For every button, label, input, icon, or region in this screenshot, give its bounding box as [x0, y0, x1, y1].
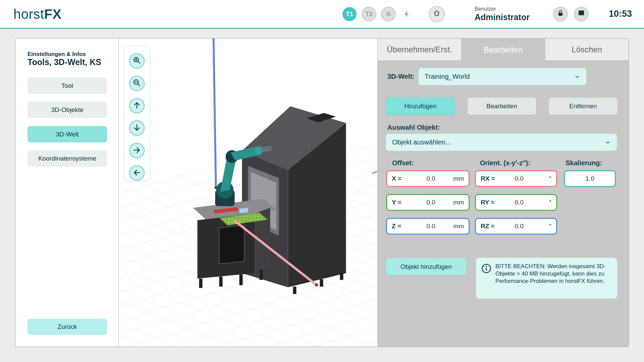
user-label: Benutzer: [475, 6, 530, 12]
book-icon: [577, 9, 585, 19]
orient-rz-value: 0.0: [499, 223, 539, 230]
topbar: horstFX T1 T2 A Benutzer Administrator: [0, 0, 644, 29]
back-button[interactable]: Zurück: [28, 319, 107, 335]
orient-rz-field[interactable]: RZ = 0.0 °: [475, 218, 557, 235]
logo-horst: horst: [13, 6, 44, 21]
3d-scene[interactable]: [119, 39, 377, 347]
orient-ry-unit: °: [539, 199, 551, 206]
mode-t2-button[interactable]: T2: [362, 7, 376, 21]
mode-t2-label: T2: [365, 10, 373, 18]
object-label: Auswahl Objekt:: [387, 124, 440, 131]
sidebar-item-3d-welt[interactable]: 3D-Welt: [28, 126, 107, 142]
lightning-icon: [402, 8, 412, 20]
mode-a-label: A: [386, 10, 391, 18]
user-name: Administrator: [475, 12, 530, 22]
pan-left-button[interactable]: [129, 165, 145, 181]
pan-up-button[interactable]: [129, 98, 145, 114]
viewport: [119, 39, 378, 347]
offset-z-field[interactable]: Z = 0.0 mm: [386, 218, 470, 235]
add-object-button[interactable]: Objekt hinzufügen: [386, 258, 466, 275]
bearbeiten-button[interactable]: Bearbeiten: [468, 98, 536, 115]
world-select-value: Training_World: [425, 73, 470, 80]
properties-panel: Übernehmen/Erst. Bearbeiten Löschen 3D-W…: [378, 39, 629, 347]
app-logo: horstFX: [13, 6, 62, 21]
arrow-down-icon: [132, 123, 141, 133]
notice-text: BITTE BEACHTEN: Werden insgesamt 3D-Obje…: [495, 263, 612, 294]
offset-x-name: X =: [392, 175, 410, 182]
content-card: Einstellungen & Infos Tools, 3D-Welt, KS…: [15, 38, 629, 347]
scale-label: Skalierung:: [566, 159, 602, 167]
orient-rx-unit: °: [539, 175, 551, 182]
logo-fx: FX: [44, 6, 61, 21]
user-info: Benutzer Administrator: [475, 6, 530, 22]
lock-button[interactable]: [553, 7, 568, 21]
orient-rx-value: 0.0: [499, 175, 539, 182]
offset-y-value: 0.0: [410, 199, 452, 206]
zoom-in-button[interactable]: [129, 53, 145, 69]
notice-box: BITTE BEACHTEN: Werden insgesamt 3D-Obje…: [476, 258, 617, 299]
zoom-out-icon: [132, 78, 141, 88]
mode-switcher: T1 T2 A: [342, 6, 445, 22]
world-actions: Hinzufügen Bearbeiten Entfernen: [386, 98, 618, 115]
panel-tabs: Übernehmen/Erst. Bearbeiten Löschen: [378, 39, 629, 61]
scale-value: 1.0: [570, 175, 610, 182]
viewport-toolbar: [123, 46, 150, 181]
arrow-left-icon: [132, 168, 141, 178]
mode-t1-label: T1: [346, 10, 353, 18]
offset-x-value: 0.0: [410, 175, 452, 182]
chevron-down-icon: [574, 74, 580, 80]
sidebar-item-koordinatensysteme[interactable]: Koordinatensysteme: [28, 150, 107, 167]
zoom-out-button[interactable]: [129, 76, 145, 91]
orient-ry-name: RY =: [481, 199, 499, 206]
offset-z-unit: mm: [452, 223, 464, 230]
offset-z-name: Z =: [392, 223, 410, 230]
orient-rx-name: RX =: [481, 175, 499, 182]
chevron-down-icon: [605, 139, 611, 145]
sidebar-item-tool[interactable]: Tool: [28, 77, 107, 94]
pan-right-button[interactable]: [129, 143, 145, 158]
page-title: Tools, 3D-Welt, KS: [28, 57, 101, 67]
sidebar-item-3d-objekte[interactable]: 3D-Objekte: [28, 102, 107, 118]
hinzufuegen-button[interactable]: Hinzufügen: [386, 98, 455, 115]
tab-uebernehmen-erstellen[interactable]: Übernehmen/Erst.: [378, 39, 462, 61]
mode-t1-button[interactable]: T1: [342, 7, 357, 21]
entfernen-button[interactable]: Entfernen: [549, 98, 618, 115]
orient-label: Orient. (x-y′-z″):: [480, 159, 530, 167]
offset-label: Offset:: [392, 159, 414, 167]
zoom-in-icon: [132, 56, 141, 66]
mode-a-button[interactable]: A: [381, 7, 396, 21]
object-select-value: Objekt auswählen...: [392, 138, 451, 146]
clock: 10:53: [609, 9, 632, 19]
topbar-right: Benutzer Administrator 10:53: [475, 6, 632, 22]
main-area: Einstellungen & Infos Tools, 3D-Welt, KS…: [0, 29, 644, 362]
offset-z-value: 0.0: [410, 223, 452, 230]
world-select[interactable]: Training_World: [419, 68, 586, 85]
orient-rx-field[interactable]: RX = 0.0 °: [475, 170, 557, 187]
orient-ry-value: 0.0: [499, 199, 539, 206]
sidebar-subtitle: Einstellungen & Infos: [28, 51, 86, 58]
offset-y-name: Y =: [392, 199, 410, 206]
orient-rz-unit: °: [539, 223, 551, 230]
lock-icon: [556, 9, 565, 19]
info-icon: [481, 263, 491, 274]
arrow-right-icon: [132, 146, 141, 156]
home-button[interactable]: [429, 6, 445, 22]
home-icon: [432, 9, 441, 19]
object-select[interactable]: Objekt auswählen...: [386, 134, 617, 151]
offset-y-field[interactable]: Y = 0.0 mm: [386, 194, 470, 211]
offset-y-unit: mm: [452, 199, 464, 206]
offset-x-field[interactable]: X = 0.0 mm: [386, 170, 470, 187]
sidebar: Einstellungen & Infos Tools, 3D-Welt, KS…: [15, 39, 119, 347]
tab-loeschen[interactable]: Löschen: [545, 39, 629, 61]
manual-button[interactable]: [574, 7, 589, 21]
scale-field[interactable]: 1.0: [564, 170, 616, 187]
pan-down-button[interactable]: [129, 120, 145, 136]
orient-ry-field[interactable]: RY = 0.0 °: [475, 194, 557, 211]
orient-rz-name: RZ =: [481, 223, 499, 230]
world-label: 3D-Welt:: [387, 73, 415, 80]
tab-bearbeiten[interactable]: Bearbeiten: [462, 39, 545, 61]
pink-rod-tip: [315, 283, 318, 287]
offset-x-unit: mm: [452, 175, 464, 182]
arrow-up-icon: [132, 101, 141, 111]
